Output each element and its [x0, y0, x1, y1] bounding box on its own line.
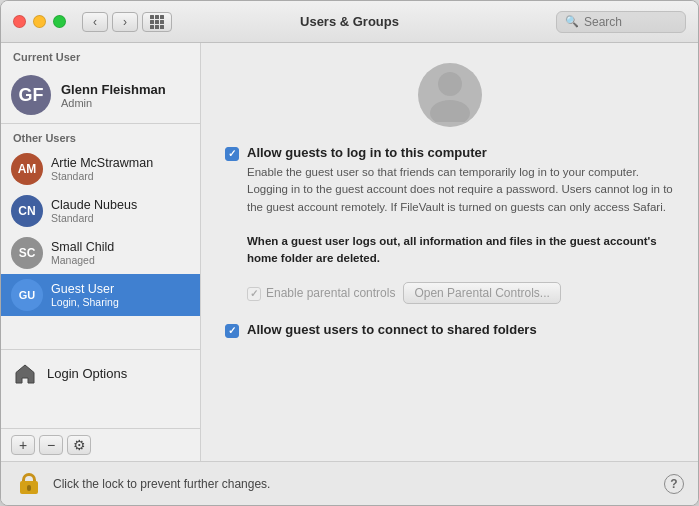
user-name-claude: Claude Nubeus [51, 198, 137, 212]
allow-shared-checkbox[interactable]: ✓ [225, 324, 239, 338]
user-info-claude: Claude Nubeus Standard [51, 198, 137, 224]
sidebar-divider-2 [1, 349, 200, 350]
avatar-claude: CN [11, 195, 43, 227]
main-content: Current User GF Glenn Fleishman Admin Ot… [1, 43, 698, 461]
avatar-guest: GU [11, 279, 43, 311]
user-item-claude[interactable]: CN Claude Nubeus Standard [1, 190, 200, 232]
current-user-avatar: GF [11, 75, 51, 115]
avatar-artie: AM [11, 153, 43, 185]
window: ‹ › Users & Groups 🔍 Current User GF [0, 0, 699, 506]
user-role-claude: Standard [51, 212, 137, 224]
guest-avatar-large [418, 63, 482, 127]
sidebar-actions: + − ⚙ [1, 428, 200, 461]
bottom-lock-text: Click the lock to prevent further change… [53, 477, 654, 491]
user-role-guest: Login, Sharing [51, 296, 119, 308]
titlebar: ‹ › Users & Groups 🔍 [1, 1, 698, 43]
user-info-smallchild: Small Child Managed [51, 240, 114, 266]
allow-guests-label: Allow guests to log in to this computer [247, 145, 674, 160]
lock-icon-wrap[interactable] [15, 470, 43, 498]
allow-shared-row: ✓ Allow guest users to connect to shared… [225, 322, 674, 338]
allow-guests-checkbox[interactable]: ✓ [225, 147, 239, 161]
traffic-lights [13, 15, 66, 28]
allow-guests-row: ✓ Allow guests to log in to this compute… [225, 145, 674, 268]
allow-guests-warning: When a guest user logs out, all informat… [247, 235, 657, 264]
current-user-initials: GF [19, 85, 44, 106]
maximize-button[interactable] [53, 15, 66, 28]
avatar-smallchild: SC [11, 237, 43, 269]
current-user-item[interactable]: GF Glenn Fleishman Admin [1, 67, 200, 123]
person-silhouette-icon [425, 68, 475, 122]
close-button[interactable] [13, 15, 26, 28]
allow-guests-description: Enable the guest user so that friends ca… [247, 164, 674, 268]
user-name-artie: Artie McStrawman [51, 156, 153, 170]
user-name-smallchild: Small Child [51, 240, 114, 254]
house-icon [11, 360, 39, 388]
bottom-bar: Click the lock to prevent further change… [1, 461, 698, 505]
search-icon: 🔍 [565, 15, 579, 28]
lock-shackle [22, 473, 36, 481]
guest-avatar-container [225, 63, 674, 135]
remove-user-button[interactable]: − [39, 435, 63, 455]
detail-panel: ✓ Allow guests to log in to this compute… [201, 43, 698, 461]
user-item-artie[interactable]: AM Artie McStrawman Standard [1, 148, 200, 190]
minimize-button[interactable] [33, 15, 46, 28]
forward-button[interactable]: › [112, 12, 138, 32]
lock-icon [20, 473, 38, 494]
user-info-guest: Guest User Login, Sharing [51, 282, 119, 308]
help-button[interactable]: ? [664, 474, 684, 494]
open-parental-controls-button[interactable]: Open Parental Controls... [403, 282, 560, 304]
user-role-smallchild: Managed [51, 254, 114, 266]
current-user-info: Glenn Fleishman Admin [61, 82, 166, 109]
user-item-smallchild[interactable]: SC Small Child Managed [1, 232, 200, 274]
user-info-artie: Artie McStrawman Standard [51, 156, 153, 182]
parental-controls-label: Enable parental controls [266, 286, 395, 300]
login-options-item[interactable]: Login Options [1, 352, 200, 396]
window-title: Users & Groups [300, 14, 399, 29]
login-options-label: Login Options [47, 366, 127, 381]
svg-point-0 [438, 72, 462, 96]
lock-box [20, 481, 38, 494]
grid-icon [150, 15, 164, 29]
nav-buttons: ‹ › [82, 12, 138, 32]
user-role-artie: Standard [51, 170, 153, 182]
user-item-guest[interactable]: GU Guest User Login, Sharing [1, 274, 200, 316]
current-user-name: Glenn Fleishman [61, 82, 166, 97]
parental-controls-row: ✓ Enable parental controls Open Parental… [247, 282, 674, 304]
search-input[interactable] [584, 15, 674, 29]
grid-button[interactable] [142, 12, 172, 32]
current-user-label: Current User [1, 43, 200, 67]
user-name-guest: Guest User [51, 282, 119, 296]
search-box[interactable]: 🔍 [556, 11, 686, 33]
allow-shared-label: Allow guest users to connect to shared f… [247, 322, 537, 337]
back-button[interactable]: ‹ [82, 12, 108, 32]
lock-keyhole [27, 485, 31, 491]
current-user-role: Admin [61, 97, 166, 109]
svg-point-1 [430, 100, 470, 122]
allow-guests-content: Allow guests to log in to this computer … [247, 145, 674, 268]
parental-checkbox-wrap: ✓ Enable parental controls [247, 285, 395, 301]
parental-controls-checkbox[interactable]: ✓ [247, 287, 261, 301]
other-users-label: Other Users [1, 124, 200, 148]
settings-button[interactable]: ⚙ [67, 435, 91, 455]
add-user-button[interactable]: + [11, 435, 35, 455]
sidebar: Current User GF Glenn Fleishman Admin Ot… [1, 43, 201, 461]
